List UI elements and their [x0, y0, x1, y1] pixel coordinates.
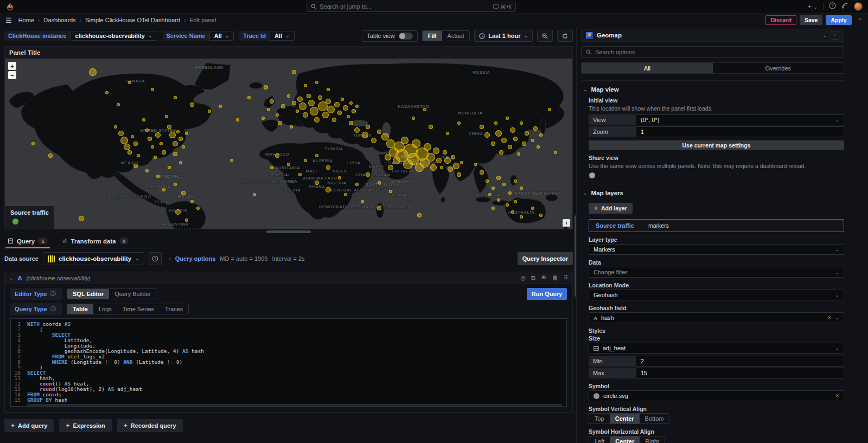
save-button[interactable]: Save — [800, 15, 823, 25]
halign-left-option[interactable]: Left — [589, 436, 610, 443]
traffic-marker — [318, 95, 322, 100]
query-builder-option[interactable]: Query Builder — [109, 289, 156, 299]
layer-item-source-traffic[interactable]: Source traffic markers — [589, 219, 844, 232]
valign-bottom-option[interactable]: Bottom — [640, 414, 669, 423]
add-query-button[interactable]: +Add query — [4, 419, 54, 432]
geohash-field-select[interactable]: A hash ✕⌄ — [589, 312, 844, 323]
max-input[interactable] — [641, 370, 839, 376]
pane-resize-handle[interactable] — [266, 230, 311, 233]
map-attribution-button[interactable]: i — [563, 219, 570, 227]
global-search[interactable]: ⌘+k — [307, 2, 516, 12]
refresh-button[interactable] — [557, 30, 573, 42]
location-mode-select[interactable]: Geohash ⌄ — [589, 290, 844, 300]
traffic-marker — [423, 108, 426, 111]
section-map-layers-header[interactable]: ⌄ Map layers — [581, 189, 844, 200]
traffic-marker — [327, 106, 335, 113]
news-icon[interactable] — [841, 2, 848, 11]
table-view-toggle[interactable]: Table view — [362, 30, 417, 42]
actual-option[interactable]: Actual — [442, 31, 470, 41]
recorded-query-button[interactable]: +Recorded query — [117, 419, 183, 432]
user-avatar[interactable] — [854, 2, 863, 11]
halign-right-option[interactable]: Right — [640, 436, 665, 443]
query-type-table[interactable]: Table — [67, 304, 93, 314]
view-select[interactable]: (0°, 0°) ⌄ — [636, 114, 844, 125]
tab-overrides[interactable]: Overrides — [713, 63, 844, 73]
query-help-icon[interactable]: ◎ — [520, 274, 526, 281]
data-select[interactable]: Change filter ⌄ — [589, 267, 844, 278]
query-type-logs[interactable]: Logs — [93, 304, 117, 314]
query-type-time-series[interactable]: Time Series — [117, 304, 159, 314]
map-canvas[interactable]: GREENLANDRUSSIACANADAUNITED STATESMEXICO… — [5, 59, 572, 229]
expression-button[interactable]: +Expression — [59, 419, 111, 432]
traffic-marker — [118, 131, 124, 136]
breadcrumb-dashboard-name[interactable]: Simple ClickHouse OTel Dashboard — [85, 17, 180, 23]
map-zoom-out-button[interactable]: − — [8, 71, 16, 79]
options-search[interactable] — [581, 46, 844, 58]
use-current-map-settings-button[interactable]: Use current map settings — [589, 140, 844, 150]
traffic-marker — [453, 163, 459, 169]
variable-value-dropdown[interactable]: All⌄ — [209, 31, 234, 41]
map-zoom-in-button[interactable]: + — [8, 62, 16, 70]
size-field-select[interactable]: adj_heat ⌄ — [589, 343, 844, 354]
breadcrumb-home[interactable]: Home — [18, 17, 34, 23]
pane-resize-row — [4, 229, 573, 234]
grafana-logo-icon[interactable] — [5, 2, 15, 11]
tab-all[interactable]: All — [582, 63, 713, 73]
apply-button[interactable]: Apply — [826, 15, 851, 25]
datasource-help-button[interactable]: ? — [149, 252, 162, 265]
query-datasource-hint: (clickhouse-observability) — [27, 275, 91, 281]
sql-editor[interactable]: 1WITH coords AS2 (3 SELECT4 Latitude,5 L… — [10, 318, 567, 407]
horizontal-scrollbar[interactable] — [27, 404, 562, 406]
section-map-view-header[interactable]: ⌄ Map view — [581, 85, 844, 96]
duplicate-query-icon[interactable]: ⧉ — [531, 274, 535, 281]
plus-icon: + — [66, 422, 69, 429]
datasource-picker[interactable]: clickhouse-observability ⌄ — [43, 252, 144, 265]
info-icon[interactable]: ⓘ — [50, 290, 56, 298]
variable-value-dropdown[interactable]: clickhouse-observability⌄ — [71, 31, 157, 41]
tab-transform-data[interactable]: Transform data 0 — [60, 235, 131, 248]
add-layer-button[interactable]: + Add layer — [589, 203, 633, 214]
query-row-header[interactable]: ⌄ A (clickhouse-observability) ◎ ⧉ 👁 🗑 ⠿ — [5, 272, 572, 284]
collapse-pane-button[interactable]: › — [831, 31, 839, 40]
time-range-picker[interactable]: Last 1 hour ⌄ — [474, 30, 533, 42]
symbol-select[interactable]: circle.svg ✕ — [589, 390, 844, 401]
options-search-input[interactable] — [595, 49, 839, 55]
chevron-down-icon: ⌄ — [835, 269, 839, 275]
visualization-picker[interactable]: Geomap ⌄ › — [581, 29, 844, 42]
layer-type-select[interactable]: Markers ⌄ — [589, 244, 844, 255]
discard-button[interactable]: Discard — [765, 15, 796, 25]
halign-center-option[interactable]: Center — [610, 436, 640, 443]
search-icon — [586, 49, 591, 55]
run-query-button[interactable]: Run Query — [527, 288, 567, 300]
valign-center-option[interactable]: Center — [610, 414, 640, 423]
breadcrumb-dashboards[interactable]: Dashboards — [43, 17, 75, 23]
toggle-switch[interactable] — [399, 33, 413, 40]
query-type-traces[interactable]: Traces — [159, 304, 188, 314]
query-options-link[interactable]: Query options — [175, 255, 216, 262]
chevron-up-icon[interactable]: ⌃ — [858, 17, 863, 23]
zoom-input[interactable] — [641, 129, 839, 135]
variable-value-dropdown[interactable]: All⌄ — [270, 31, 295, 41]
drag-handle-icon[interactable]: ⠿ — [564, 274, 568, 281]
info-icon[interactable]: ⓘ — [50, 305, 56, 313]
valign-top-option[interactable]: Top — [589, 414, 610, 423]
panel-header[interactable]: Panel Title — [5, 47, 572, 59]
traffic-marker — [355, 105, 359, 108]
clear-icon[interactable]: ✕ — [827, 315, 832, 320]
help-icon[interactable]: ? — [829, 2, 836, 11]
vertical-scrollbar[interactable] — [575, 215, 576, 297]
search-input[interactable] — [320, 3, 490, 10]
sql-editor-option[interactable]: SQL Editor — [67, 289, 109, 299]
query-inspector-button[interactable]: Query Inspector — [518, 252, 573, 265]
tab-query[interactable]: Query 1 — [5, 235, 50, 248]
zoom-out-time-button[interactable] — [537, 30, 553, 42]
hide-response-icon[interactable]: 👁 — [541, 274, 547, 281]
fill-option[interactable]: Fill — [423, 31, 442, 41]
menu-icon[interactable]: ☰ — [5, 16, 12, 24]
collapse-query-icon[interactable]: ⌄ — [9, 275, 14, 281]
new-dropdown-button[interactable]: + ⌄ — [808, 3, 818, 10]
traffic-marker — [264, 85, 268, 89]
min-input[interactable] — [641, 358, 839, 364]
clear-icon[interactable]: ✕ — [835, 393, 839, 399]
remove-query-icon[interactable]: 🗑 — [552, 274, 558, 281]
